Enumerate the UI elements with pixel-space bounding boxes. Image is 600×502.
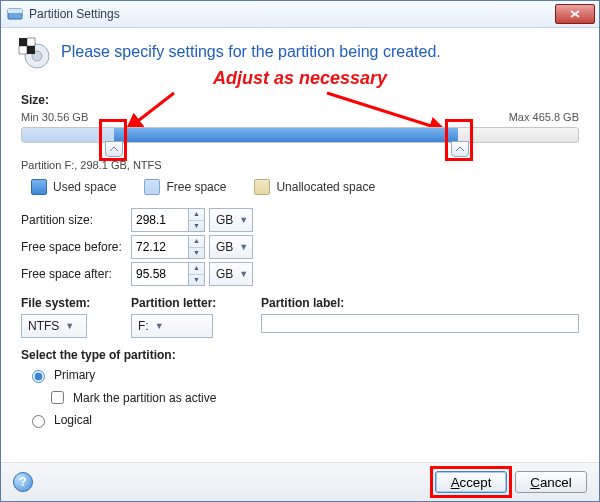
legend-free: Free space — [166, 180, 226, 194]
legend-used: Used space — [53, 180, 116, 194]
wizard-icon — [17, 36, 51, 70]
titlebar: Partition Settings — [1, 1, 599, 28]
free-before-label: Free space before: — [21, 240, 131, 254]
close-button[interactable] — [555, 4, 595, 24]
free-before-input[interactable] — [131, 235, 189, 259]
partition-caption: Partition F:, 298.1 GB, NTFS — [21, 159, 579, 171]
svg-rect-1 — [8, 9, 22, 13]
partition-size-label: Partition size: — [21, 213, 131, 227]
cancel-button[interactable]: Cancel — [515, 471, 587, 493]
partition-size-spinner[interactable]: ▲▼ — [189, 208, 205, 232]
filesystem-label: File system: — [21, 296, 121, 310]
mark-active-checkbox[interactable]: Mark the partition as active — [47, 388, 579, 407]
slider-handle-left[interactable] — [105, 141, 123, 157]
free-after-input[interactable] — [131, 262, 189, 286]
free-before-spinner[interactable]: ▲▼ — [189, 235, 205, 259]
free-swatch-icon — [144, 179, 160, 195]
annotation-text: Adjust as necessary — [1, 68, 599, 89]
accept-button[interactable]: Accept — [435, 471, 507, 493]
legend-unalloc: Unallocated space — [276, 180, 375, 194]
primary-radio[interactable]: Primary — [27, 367, 579, 383]
footer: ? Accept Cancel — [1, 462, 599, 501]
size-slider[interactable] — [21, 123, 579, 159]
free-after-unit-combo[interactable]: GB▼ — [209, 262, 253, 286]
free-after-label: Free space after: — [21, 267, 131, 281]
min-size-label: Min 30.56 GB — [21, 111, 88, 123]
content-area: Size: Min 30.56 GB Max 465.8 GB Partitio… — [1, 89, 599, 462]
size-label: Size: — [21, 93, 579, 107]
partition-label-label: Partition label: — [261, 296, 579, 310]
window-title: Partition Settings — [29, 7, 555, 21]
partition-label-input[interactable] — [261, 314, 579, 333]
partition-size-unit-combo[interactable]: GB▼ — [209, 208, 253, 232]
partition-letter-combo[interactable]: F:▼ — [131, 314, 213, 338]
logical-radio[interactable]: Logical — [27, 412, 579, 428]
partition-settings-window: Partition Settings Please specify settin… — [0, 0, 600, 502]
partition-size-input[interactable] — [131, 208, 189, 232]
max-size-label: Max 465.8 GB — [509, 111, 579, 123]
partition-letter-label: Partition letter: — [131, 296, 251, 310]
used-swatch-icon — [31, 179, 47, 195]
free-before-unit-combo[interactable]: GB▼ — [209, 235, 253, 259]
cancel-rest: ancel — [540, 475, 572, 490]
unallocated-swatch-icon — [254, 179, 270, 195]
slider-handle-right[interactable] — [451, 141, 469, 157]
page-heading: Please specify settings for the partitio… — [61, 43, 441, 61]
legend: Used space Free space Unallocated space — [21, 171, 579, 205]
partition-type-header: Select the type of partition: — [21, 348, 579, 362]
help-button[interactable]: ? — [13, 472, 33, 492]
free-after-spinner[interactable]: ▲▼ — [189, 262, 205, 286]
filesystem-combo[interactable]: NTFS▼ — [21, 314, 87, 338]
header-row: Please specify settings for the partitio… — [1, 28, 599, 70]
app-icon — [7, 6, 23, 22]
